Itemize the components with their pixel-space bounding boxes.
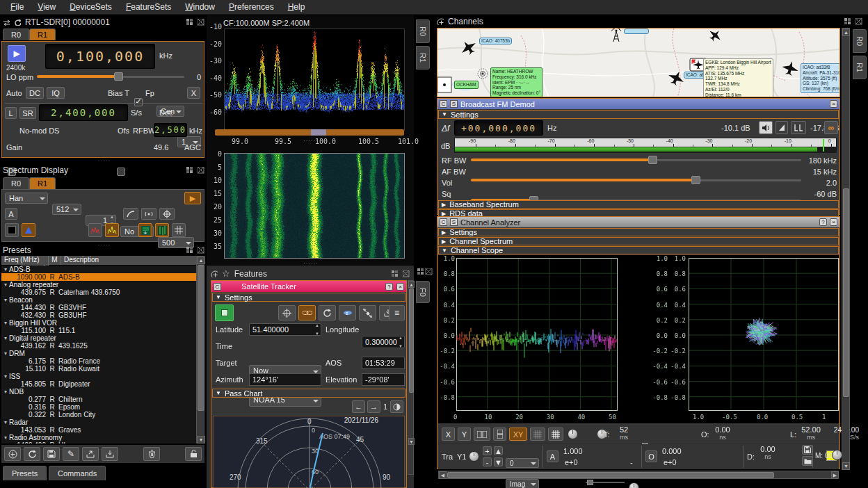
next-pass-button[interactable]: → (367, 400, 380, 413)
preset-row[interactable]: 15.110RRadio Kuwait (1, 365, 196, 373)
scroll-down-icon[interactable]: ▼ (197, 436, 205, 444)
export-preset-button[interactable] (82, 447, 99, 461)
close-icon[interactable]: × (396, 283, 404, 291)
shrink-icon[interactable] (855, 18, 862, 25)
swap-device-icon[interactable] (3, 19, 10, 26)
fm-settings-section[interactable]: ▼Settings (438, 110, 839, 119)
satellite-icon[interactable] (359, 305, 376, 320)
spectrum-run-button[interactable]: ▶ (184, 192, 201, 204)
sr-button[interactable]: SR (19, 107, 36, 119)
offset-button[interactable]: O (645, 450, 657, 462)
preset-group[interactable]: ▾ADS-B (1, 266, 196, 273)
grid-icon[interactable] (548, 428, 563, 441)
edit-preset-button[interactable]: ✎ (63, 447, 79, 461)
preset-row[interactable]: 144.430RGB3VHF (1, 304, 196, 311)
preset-group[interactable]: ▾ISS (1, 373, 196, 380)
crosshair-button[interactable] (159, 208, 175, 220)
remove-trace-button[interactable]: - (483, 457, 492, 466)
menu-item-view[interactable]: View (31, 1, 62, 13)
preset-group[interactable]: ▾Radio Astronomy (1, 434, 196, 441)
import-preset-button[interactable] (102, 447, 118, 461)
horizontal-split-icon[interactable] (474, 428, 490, 441)
preset-group[interactable]: ▾NDB (1, 388, 196, 396)
preset-group[interactable]: ▾Analog repeater (1, 281, 196, 288)
aircraft-icao-chip[interactable]: ICAO: 40753b (479, 38, 512, 44)
lock-presets-button[interactable] (185, 447, 202, 461)
sat-start-button[interactable] (215, 304, 234, 321)
amp-slider[interactable] (586, 480, 625, 485)
aircraft-icon[interactable] (707, 29, 723, 42)
scope-xy-button[interactable]: XY (509, 428, 527, 441)
analyzer-settings-section[interactable]: ▶Settings (438, 228, 839, 236)
polar-grid-icon[interactable] (530, 428, 545, 441)
frequency-dial[interactable]: 0,100,000 (45, 44, 155, 69)
fm-frequency-dial[interactable]: +00,000,000 (454, 120, 543, 136)
menu-item-window[interactable]: Window (179, 1, 221, 13)
help-icon[interactable]: ? (385, 283, 393, 291)
close-icon[interactable]: × (830, 218, 837, 226)
scope-save-icon[interactable] (802, 445, 813, 455)
preset-group[interactable]: ▾Digital repeater (1, 334, 196, 342)
channels-side-tab-r0[interactable]: R0 (853, 29, 867, 53)
current-trace-button[interactable] (105, 223, 119, 237)
analyzer-hscrollbar[interactable]: ◀ ▶ (438, 471, 839, 479)
trace-down-icon[interactable]: ▼ (494, 457, 503, 466)
pass-chart-section[interactable]: ▼Pass Chart (212, 389, 405, 398)
heathrow-info-card[interactable]: Name: HEATHROWFrequency: 316.0 kHzIdent:… (490, 67, 542, 97)
preset-row[interactable]: 143.053RGraves (1, 426, 196, 434)
star-icon[interactable]: ☆ (222, 268, 230, 279)
rf-bw-slider[interactable] (471, 156, 801, 165)
transverter-button[interactable]: X (187, 87, 200, 99)
amp-auto-button[interactable]: A (547, 450, 558, 462)
channel-analyzer-titlebar[interactable]: C S Channel Analyzer ? × (437, 217, 839, 227)
channels-vscrollbar[interactable]: ▲ ▼ (842, 28, 850, 470)
close-icon[interactable]: × (830, 100, 837, 108)
scroll-up-icon[interactable]: ▲ (197, 257, 205, 264)
shrink-icon[interactable] (403, 270, 410, 277)
audio-mute-icon[interactable] (759, 121, 773, 134)
channel-scope-section[interactable]: ▼Channel Scope (438, 246, 839, 254)
maximize-icon[interactable] (186, 247, 193, 254)
sample-rate-dial[interactable]: 2,400,000 (39, 104, 128, 121)
maximize-icon[interactable] (186, 19, 193, 26)
lock-sr-button[interactable]: L (5, 107, 17, 119)
menu-item-file[interactable]: File (4, 1, 30, 13)
spectrum-tab-r1[interactable]: R1 (29, 177, 56, 189)
scope-load-icon[interactable] (802, 456, 813, 466)
features-scrollbar[interactable]: ▲ ▼ (408, 280, 414, 475)
preset-row[interactable]: 145.805RDigipeater (1, 380, 196, 388)
egkb-info-card[interactable]: EGKB: London Biggin Hill AirportAPP: 129… (703, 58, 773, 97)
waterfall-position-button[interactable] (138, 223, 152, 237)
preset-row[interactable]: 1090.000RADS-B (1, 273, 196, 281)
menu-item-preferences[interactable]: Preferences (223, 1, 280, 13)
bias-t-checkbox[interactable] (134, 98, 143, 106)
menu-item-help[interactable]: Help (282, 1, 312, 13)
baseband-spectrum-section[interactable]: ▶Baseband Spectrum (438, 200, 839, 209)
preset-row[interactable]: 439.162R439.1625 (1, 342, 196, 350)
spectrum-side-tab-r1[interactable]: R1 (416, 46, 430, 70)
spectrum-side-tab-r0[interactable]: R0 (416, 19, 430, 43)
satellite-tracker-titlebar[interactable]: C Satellite Tracker ? × (211, 281, 406, 292)
fft-size-select[interactable]: 512 (52, 204, 81, 215)
waterfall-canvas[interactable] (224, 153, 405, 259)
spectrum-tab-r0[interactable]: R0 (3, 177, 29, 189)
decay-curve-button[interactable] (123, 208, 138, 220)
frequency-scale-bar[interactable] (215, 129, 404, 136)
preset-row[interactable]: 439.675RCaterham 439.6750 (1, 288, 196, 296)
splitter-handle[interactable]: ····· (90, 158, 118, 164)
menu-icon[interactable]: ≡ (389, 305, 405, 320)
longitude-field[interactable]: 0.300000 (362, 336, 405, 348)
amp-fine-knob[interactable] (629, 482, 639, 488)
ockham-label[interactable]: OCKHAM (454, 81, 479, 89)
preset-row[interactable]: 432.430RGB3UHF (1, 311, 196, 319)
help-icon[interactable]: ? (819, 218, 827, 226)
presets-list[interactable]: ▾ADS-B1090.000RADS-B▾Analog repeater439.… (1, 266, 196, 444)
memory-knob[interactable] (832, 450, 842, 460)
fm-demod-titlebar[interactable]: C S Broadcast FM Demod × (437, 99, 839, 109)
device-tab-r0[interactable]: R0 (3, 29, 29, 40)
trace-select-knob[interactable] (469, 451, 479, 462)
preset-row[interactable]: 0.316REpsom (1, 403, 196, 411)
add-trace-button[interactable]: + (483, 446, 492, 455)
adsb-map[interactable]: ICAO: 40753b OCKHAM Name: HEATHROWFreque… (437, 28, 840, 97)
update-satellites-button[interactable] (319, 305, 336, 320)
